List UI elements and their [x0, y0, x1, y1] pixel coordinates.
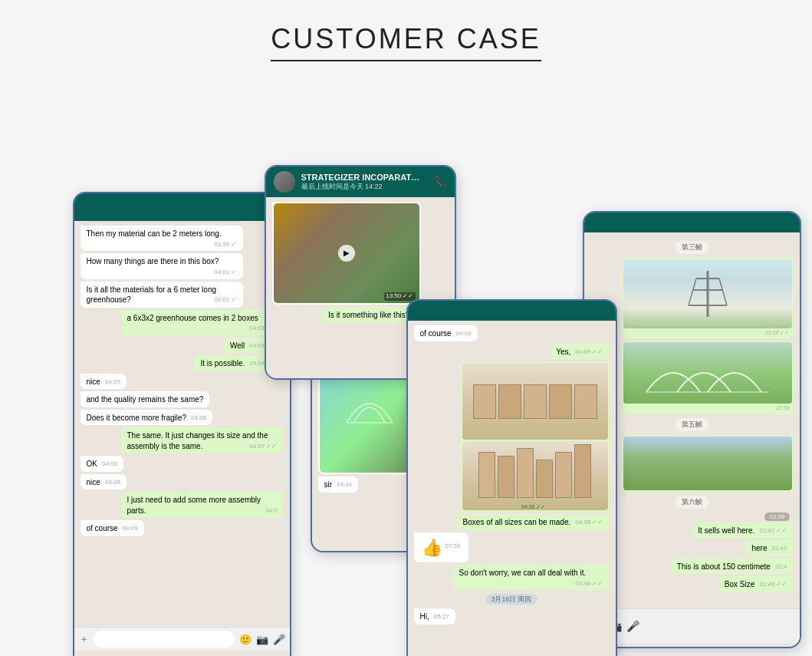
msg-row: Boxes of all sizes can be made.04:38 ✓✓	[414, 514, 610, 530]
boxes-top-image	[462, 363, 608, 440]
call-icon[interactable]: 📞	[434, 176, 447, 188]
bubble: of course04:09	[414, 325, 478, 341]
date-divider: 3月16日 周四	[414, 594, 610, 605]
bubble: Boxes of all sizes can be made.04:38 ✓✓	[457, 514, 610, 530]
mic-icon[interactable]: 🎤	[626, 620, 639, 632]
left-chat-input[interactable]	[94, 631, 235, 648]
msg-row: This is about 150 centimete22:4	[590, 559, 794, 575]
msg-row: 22:39 ✓✓	[590, 258, 794, 338]
last-seen: 最后上线时间是今天 14:22	[301, 182, 428, 192]
left-phone: Then my material can be 2 meters long.03…	[73, 192, 291, 656]
center-main-header	[408, 301, 616, 321]
bubble: So don't worry, we can all deal with it.…	[453, 565, 610, 590]
msg-row: I just need to add some more assembly pa…	[81, 492, 284, 518]
bubble: How many things are there in this box?04…	[81, 253, 243, 279]
msg-row: ▶ 13:50 ✓✓	[272, 202, 449, 305]
contact-avatar	[274, 171, 295, 193]
center-top-header: STRATEGIZER INCOPARATED1.... 最后上线时间是今天 1…	[266, 166, 455, 197]
msg-row: a 6x3x2 greenhouse comes in 2 boxes04:03…	[81, 310, 284, 335]
play-button[interactable]: ▶	[338, 245, 355, 262]
bubble: nice04:05	[81, 374, 127, 390]
mic-icon[interactable]: 🎤	[273, 634, 285, 645]
screenshots-area: Then my material can be 2 meters long.03…	[31, 92, 782, 629]
msg-row: The same. It just changes its size and t…	[81, 427, 284, 453]
msg-row: Box Size22:43 ✓✓	[590, 576, 794, 592]
bubble: Yes,04:09 ✓✓	[550, 344, 609, 360]
sticker-icon[interactable]: 🙂	[239, 634, 251, 645]
bubble: of course04:09	[81, 520, 144, 536]
msg-row: So don't worry, we can all deal with it.…	[414, 565, 610, 590]
bubble: nice04:08	[81, 474, 127, 490]
tower-bubble: 22:39 ✓✓	[622, 258, 794, 338]
msg-row: 22:39	[590, 341, 794, 414]
tower-image	[623, 259, 792, 328]
section-fifth: 第五帧	[590, 417, 794, 433]
msg-row: Is it all the materials for a 6 meter lo…	[81, 282, 284, 308]
boxes-bubble: 04:36 ✓✓	[461, 361, 610, 512]
msg-row: Hi,05:27	[414, 608, 610, 625]
msg-row: Then my material can be 2 meters long.03…	[81, 226, 284, 251]
msg-row: nice04:08	[81, 474, 284, 490]
video-bubble: ▶ 13:50 ✓✓	[272, 202, 421, 305]
center-main-phone: of course04:09 Yes,04:09 ✓✓	[406, 299, 617, 656]
msg-row: Does it become more fragile?04:06	[81, 410, 284, 426]
msg-row: here22:42	[590, 540, 794, 556]
svg-line-6	[719, 279, 727, 305]
bubble: and the quality remains the same?	[81, 391, 210, 407]
bubble: Then my material can be 2 meters long.03…	[81, 226, 243, 251]
page-title: CUSTOMER CASE	[271, 23, 541, 61]
bubble: sir14:44	[318, 476, 359, 493]
left-chat-body: Then my material can be 2 meters long.03…	[74, 221, 290, 651]
arcs-bubble: 22:39	[622, 341, 794, 414]
left-input-bar: ＋ 🙂 📷 🎤	[74, 627, 290, 651]
bubble: here22:42	[745, 540, 793, 556]
msg-row: It sells well here.22:41 ✓✓	[590, 522, 794, 539]
section-label: 第六帧	[676, 496, 708, 509]
msg-row: 04:36 ✓✓	[414, 361, 610, 512]
page-title-section: CUSTOMER CASE	[271, 23, 541, 61]
camera-icon[interactable]: 📷	[256, 634, 268, 645]
field-bubble	[622, 435, 794, 492]
section-label: 第五帧	[676, 418, 708, 431]
emoji-icon[interactable]: ＋	[79, 632, 89, 646]
time-badge: 22:39	[764, 513, 789, 521]
section-third: 第三帧	[590, 239, 794, 255]
bubble: Is it all the materials for a 6 meter lo…	[81, 282, 243, 308]
bubble: OK04:08	[81, 456, 123, 472]
center-main-body: of course04:09 Yes,04:09 ✓✓	[408, 321, 616, 656]
msg-row: It is possible.04:04 ✓✓	[81, 355, 284, 371]
header-info: STRATEGIZER INCOPARATED1.... 最后上线时间是今天 1…	[301, 173, 428, 192]
arcs-image	[623, 342, 792, 404]
msg-row: of course04:09	[414, 325, 610, 341]
svg-line-5	[689, 279, 696, 305]
bubble: Hi,05:27	[414, 608, 455, 625]
field-image	[623, 437, 792, 490]
msg-row: Well04:04 ✓✓	[81, 338, 284, 354]
contact-name: STRATEGIZER INCOPARATED1....	[301, 173, 424, 182]
msg-row: nice04:05	[81, 374, 284, 390]
left-chat-header	[74, 193, 290, 221]
msg-row: OK04:08	[81, 456, 284, 472]
section-label: 第三帧	[676, 241, 708, 254]
time-badge-row: 22:39	[594, 513, 790, 521]
emoji-bubble: 👍07:59	[414, 532, 468, 563]
msg-row: 👍07:59	[414, 532, 610, 563]
msg-row	[590, 435, 794, 492]
msg-row: Yes,04:09 ✓✓	[414, 344, 610, 360]
bubble: I just need to add some more assembly pa…	[121, 492, 284, 518]
right-header	[584, 213, 800, 232]
bubble: The same. It just changes its size and t…	[121, 427, 284, 453]
section-sixth: 第六帧	[590, 494, 794, 510]
msg-row: and the quality remains the same?	[81, 391, 284, 407]
bubble: Box Size22:43 ✓✓	[718, 576, 794, 592]
bubble: a 6x3x2 greenhouse comes in 2 boxes04:03…	[121, 310, 284, 335]
boxes-images: 04:36 ✓✓	[462, 363, 608, 510]
bubble: It sells well here.22:41 ✓✓	[692, 522, 793, 539]
bubble: Does it become more fragile?04:06	[81, 410, 213, 426]
video-duration: 13:50 ✓✓	[384, 292, 415, 301]
video-thumbnail: ▶ 13:50 ✓✓	[274, 203, 419, 303]
msg-row: How many things are there in this box?04…	[81, 253, 284, 279]
msg-row: of course04:09	[81, 520, 284, 536]
bubble: This is about 150 centimete22:4	[671, 559, 794, 575]
boxes-bottom-image: 04:36 ✓✓	[462, 441, 608, 510]
